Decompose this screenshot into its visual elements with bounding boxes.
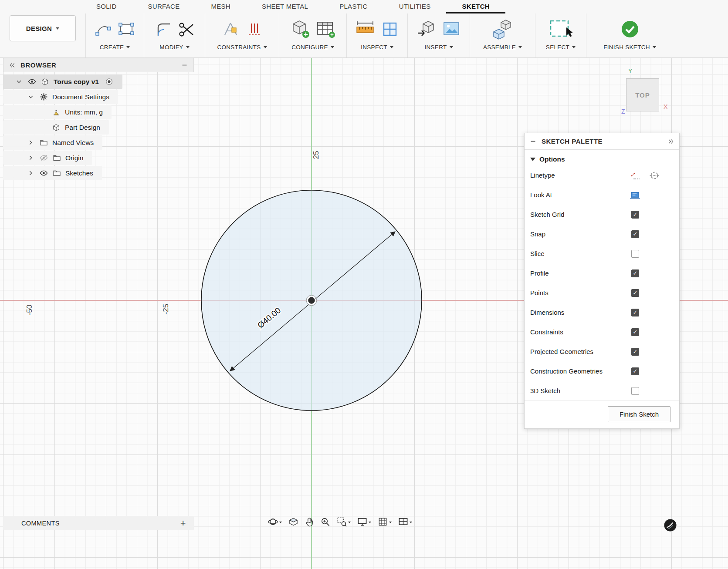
chevron-down-icon[interactable] xyxy=(26,94,35,100)
constraint-sketch-icon[interactable] xyxy=(221,20,240,39)
job-status-icon[interactable] xyxy=(664,519,677,532)
zoom-tool[interactable] xyxy=(319,516,332,528)
constraints-checkbox[interactable]: ✓ xyxy=(631,328,639,336)
assemble-cubes-icon[interactable] xyxy=(493,19,513,40)
tab-utilities[interactable]: UTILITIES xyxy=(383,0,447,13)
sketch-palette-title: SKETCH PALETTE xyxy=(542,138,603,145)
snap-checkbox[interactable]: ✓ xyxy=(631,230,639,238)
finish-check-icon[interactable] xyxy=(620,20,640,39)
tab-sheet-metal[interactable]: SHEET METAL xyxy=(246,0,324,13)
document-icon xyxy=(52,124,61,131)
cube-plus-icon[interactable] xyxy=(290,19,310,39)
slice-checkbox[interactable] xyxy=(631,250,639,258)
options-section-toggle[interactable]: Options xyxy=(525,150,679,165)
browser-item-sketches[interactable]: Sketches xyxy=(3,166,102,180)
profile-checkbox[interactable]: ✓ xyxy=(631,269,639,277)
display-settings-tool[interactable] xyxy=(356,516,372,528)
chevron-down-icon[interactable] xyxy=(389,522,392,525)
palette-row-construction-geometries: Construction Geometries✓ xyxy=(525,361,679,381)
eye-off-icon[interactable] xyxy=(39,154,48,162)
collapse-browser-icon[interactable] xyxy=(9,62,15,68)
grid-settings-tool[interactable] xyxy=(376,516,393,528)
browser-item-origin[interactable]: Origin xyxy=(3,151,92,165)
table-plus-icon[interactable] xyxy=(315,19,335,39)
folder-icon xyxy=(39,138,48,147)
measure-icon[interactable] xyxy=(355,19,375,39)
constraint-lines-icon[interactable] xyxy=(246,20,263,39)
minimize-browser-icon[interactable] xyxy=(181,62,188,68)
look-at-tool[interactable] xyxy=(287,516,300,528)
sketch-grid-checkbox[interactable]: ✓ xyxy=(631,211,639,219)
chevron-right-icon[interactable] xyxy=(26,155,35,161)
comments-bar[interactable]: COMMENTS + xyxy=(3,516,194,530)
activate-component-radio-icon[interactable] xyxy=(105,77,114,86)
zoom-window-tool[interactable] xyxy=(335,516,352,528)
toolbar-group-label[interactable]: SELECT xyxy=(546,44,576,51)
toolbar-group-label[interactable]: CREATE xyxy=(100,44,130,51)
select-box-icon[interactable] xyxy=(549,19,572,40)
toolbar-group-label[interactable]: CONSTRAINTS xyxy=(217,44,267,51)
construction-linetype-icon[interactable] xyxy=(630,170,640,181)
add-comment-button[interactable]: + xyxy=(180,519,186,528)
toolbar-group-label[interactable]: CONFIGURE xyxy=(291,44,334,51)
axis-label-neg50: -50 xyxy=(25,305,34,316)
scissors-icon[interactable] xyxy=(178,20,195,38)
browser-item-document-settings[interactable]: Document Settings xyxy=(3,90,118,104)
finish-sketch-button[interactable]: Finish Sketch xyxy=(608,406,670,422)
comments-label: COMMENTS xyxy=(21,520,60,527)
chevron-right-icon[interactable] xyxy=(26,170,35,176)
viewports-icon xyxy=(398,517,408,527)
tab-surface[interactable]: SURFACE xyxy=(132,0,196,13)
tab-plastic[interactable]: PLASTIC xyxy=(324,0,383,13)
toolbar-group-label[interactable]: MODIFY xyxy=(159,44,189,51)
eye-icon[interactable] xyxy=(39,169,48,177)
chevron-down-icon[interactable] xyxy=(348,522,351,525)
projected-geometries-checkbox[interactable]: ✓ xyxy=(631,348,639,356)
chevron-down-icon[interactable] xyxy=(14,79,23,84)
browser-item-part-design[interactable]: Part Design xyxy=(3,120,109,135)
tab-sketch[interactable]: SKETCH xyxy=(446,0,505,13)
chevron-down-icon xyxy=(56,27,59,31)
centerline-linetype-icon[interactable] xyxy=(649,170,660,181)
palette-option-label: Slice xyxy=(530,250,545,257)
image-icon[interactable] xyxy=(441,20,461,39)
viewports-tool[interactable] xyxy=(397,516,413,528)
spline-icon[interactable] xyxy=(95,20,112,38)
frame-icon[interactable] xyxy=(380,20,400,39)
toolbar-group-label[interactable]: ASSEMBLE xyxy=(483,44,522,51)
browser-item-torus-copy-v1[interactable]: Torus copy v1 xyxy=(3,74,122,89)
look-at-icon[interactable] xyxy=(630,190,640,200)
construction-geometries-checkbox[interactable]: ✓ xyxy=(631,367,639,375)
toolbar-group-constraints: CONSTRAINTS xyxy=(205,13,279,57)
rect-tool-icon[interactable] xyxy=(117,20,135,38)
options-header-label: Options xyxy=(539,155,565,163)
browser-item-named-views[interactable]: Named Views xyxy=(3,135,102,150)
origin-point[interactable] xyxy=(306,295,317,306)
chevron-down-icon[interactable] xyxy=(369,522,371,525)
insert-cube-icon[interactable] xyxy=(416,19,436,39)
chevron-down-icon[interactable] xyxy=(410,522,412,525)
chevron-right-icon[interactable] xyxy=(26,140,35,145)
toolbar-group-modify: MODIFY xyxy=(144,13,205,57)
collapse-palette-icon[interactable] xyxy=(668,138,674,145)
dimensions-checkbox[interactable]: ✓ xyxy=(631,309,639,316)
chevron-down-icon xyxy=(653,46,656,50)
pan-tool[interactable] xyxy=(304,516,315,528)
eye-icon[interactable] xyxy=(27,77,36,86)
units-icon xyxy=(52,108,61,116)
minimize-palette-icon[interactable] xyxy=(530,138,536,145)
palette-rows: LinetypeLook AtSketch Grid✓Snap✓SlicePro… xyxy=(525,165,679,401)
toolbar-group-label[interactable]: INSERT xyxy=(424,44,453,51)
toolbar-group-label[interactable]: INSPECT xyxy=(361,44,393,51)
fillet-icon[interactable] xyxy=(154,20,173,38)
viewcube[interactable]: TOP xyxy=(626,78,659,111)
tab-mesh[interactable]: MESH xyxy=(195,0,246,13)
orbit-tool[interactable] xyxy=(267,516,283,528)
chevron-down-icon[interactable] xyxy=(279,522,282,525)
3d-sketch-checkbox[interactable] xyxy=(631,387,639,395)
tab-solid[interactable]: SOLID xyxy=(81,0,132,13)
toolbar-group-label[interactable]: FINISH SKETCH xyxy=(603,44,656,51)
browser-item-units-mm-g[interactable]: Units: mm, g xyxy=(3,105,112,119)
design-menu-button[interactable]: DESIGN xyxy=(10,15,76,41)
points-checkbox[interactable]: ✓ xyxy=(631,289,639,297)
